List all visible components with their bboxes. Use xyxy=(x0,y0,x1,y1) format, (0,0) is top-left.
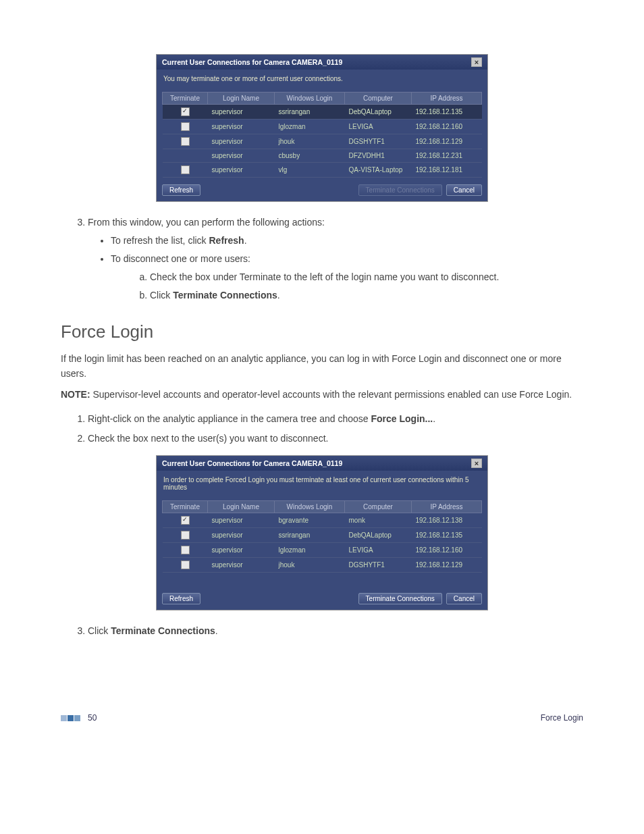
cell-login: supervisor xyxy=(208,120,275,134)
table-row[interactable]: ✓supervisorbgravantemonk192.168.12.138 xyxy=(163,513,482,528)
cell-login: supervisor xyxy=(208,149,275,163)
body-paragraph: If the login limit has been reached on a… xyxy=(61,352,583,381)
col-winlogin[interactable]: Windows Login xyxy=(275,501,345,513)
cell-ip: 192.168.12.160 xyxy=(412,120,482,134)
connections-dialog-2: Current User Connections for Camera CAME… xyxy=(156,455,488,610)
cell-ip: 192.168.12.129 xyxy=(412,134,482,149)
cell-computer: DebQALaptop xyxy=(345,105,412,120)
cancel-button[interactable]: Cancel xyxy=(446,184,482,196)
refresh-button[interactable]: Refresh xyxy=(162,184,200,196)
table-row[interactable]: supervisorvlgQA-VISTA-Laptop192.168.12.1… xyxy=(163,163,482,178)
terminate-connections-button[interactable]: Terminate Connections xyxy=(358,593,442,604)
terminate-checkbox[interactable]: ✓ xyxy=(181,516,190,525)
list-item: From this window, you can perform the fo… xyxy=(88,215,583,303)
cell-computer: DFZVDHH1 xyxy=(345,149,412,163)
close-icon[interactable]: × xyxy=(471,57,482,67)
terminate-checkbox[interactable] xyxy=(181,122,190,131)
dialog-body: Terminate Login Name Windows Login Compu… xyxy=(157,498,487,586)
col-terminate[interactable]: Terminate xyxy=(163,93,208,105)
col-login[interactable]: Login Name xyxy=(208,501,275,513)
cell-winlogin: bgravante xyxy=(275,513,345,528)
table-row[interactable]: ✓supervisorssriranganDebQALaptop192.168.… xyxy=(163,105,482,120)
terminate-checkbox[interactable] xyxy=(181,137,190,146)
col-login[interactable]: Login Name xyxy=(208,93,275,105)
col-ip[interactable]: IP Address xyxy=(412,501,482,513)
dialog-message: In order to complete Forced Login you mu… xyxy=(157,471,487,498)
section-heading-force-login: Force Login xyxy=(61,321,583,342)
dialog-buttons: Refresh Terminate Connections Cancel xyxy=(157,586,487,610)
refresh-button[interactable]: Refresh xyxy=(162,593,200,604)
step-text: Right-click on the analytic appliance in… xyxy=(88,413,371,424)
cell-ip: 192.168.12.231 xyxy=(412,149,482,163)
table-row[interactable]: supervisorcbusbyDFZVDHH1192.168.12.231 xyxy=(163,149,482,163)
dialog-body: Terminate Login Name Windows Login Compu… xyxy=(157,89,487,178)
cell-login: supervisor xyxy=(208,513,275,528)
col-computer[interactable]: Computer xyxy=(345,501,412,513)
connections-dialog-1: Current User Connections for Camera CAME… xyxy=(156,54,488,202)
bullet-text: . xyxy=(244,235,247,246)
instruction-list-3: Click Terminate Connections. xyxy=(61,624,583,638)
cell-ip: 192.168.12.135 xyxy=(412,105,482,120)
cell-ip: 192.168.12.129 xyxy=(412,558,482,573)
table-row[interactable]: supervisorlglozmanLEVIGA192.168.12.160 xyxy=(163,120,482,134)
letter-text: . xyxy=(277,290,280,301)
table-row[interactable]: supervisorlglozmanLEVIGA192.168.12.160 xyxy=(163,543,482,558)
cell-computer: DGSHYTF1 xyxy=(345,558,412,573)
terminate-connections-button[interactable]: Terminate Connections xyxy=(358,184,442,196)
bullet-text: To refresh the list, click xyxy=(111,235,209,246)
terminate-checkbox[interactable]: ✓ xyxy=(181,107,190,116)
cell-winlogin: jhouk xyxy=(275,558,345,573)
cell-winlogin: lglozman xyxy=(275,543,345,558)
cell-computer: QA-VISTA-Laptop xyxy=(345,163,412,178)
table-body-2: ✓supervisorbgravantemonk192.168.12.138su… xyxy=(163,513,482,573)
table-row[interactable]: supervisorssriranganDebQALaptop192.168.1… xyxy=(163,528,482,543)
dialog-buttons: Refresh Terminate Connections Cancel xyxy=(157,178,487,201)
letter-text: Click xyxy=(150,290,173,301)
cell-winlogin: ssrirangan xyxy=(275,105,345,120)
list-item: Right-click on the analytic appliance in… xyxy=(88,412,583,426)
terminate-checkbox[interactable] xyxy=(181,165,190,174)
cell-winlogin: cbusby xyxy=(275,149,345,163)
list-item: To disconnect one or more users: Check t… xyxy=(111,252,583,303)
cell-login: supervisor xyxy=(208,528,275,543)
cell-login: supervisor xyxy=(208,134,275,149)
col-terminate[interactable]: Terminate xyxy=(163,501,208,513)
cell-ip: 192.168.12.135 xyxy=(412,528,482,543)
cell-login: supervisor xyxy=(208,105,275,120)
dialog-title-text: Current User Connections for Camera CAME… xyxy=(162,58,342,66)
dialog-titlebar: Current User Connections for Camera CAME… xyxy=(157,55,487,70)
instruction-list-1: From this window, you can perform the fo… xyxy=(61,215,583,303)
list-item: Check the box next to the user(s) you wa… xyxy=(88,432,583,446)
step-bold: Force Login... xyxy=(371,413,433,424)
step3-intro: From this window, you can perform the fo… xyxy=(88,217,325,228)
page-number: 50 xyxy=(88,713,97,723)
terminate-checkbox[interactable] xyxy=(181,531,190,540)
cell-computer: monk xyxy=(345,513,412,528)
letter-bold: Terminate Connections xyxy=(173,290,277,301)
step-text: . xyxy=(215,625,218,636)
terminate-checkbox[interactable] xyxy=(181,561,190,569)
logo-icon xyxy=(61,715,81,721)
close-icon[interactable]: × xyxy=(471,459,482,468)
cell-ip: 192.168.12.160 xyxy=(412,543,482,558)
terminate-checkbox[interactable] xyxy=(181,546,190,554)
list-item: Click Terminate Connections. xyxy=(150,288,583,303)
connections-table: Terminate Login Name Windows Login Compu… xyxy=(162,500,482,573)
col-winlogin[interactable]: Windows Login xyxy=(275,93,345,105)
cell-ip: 192.168.12.181 xyxy=(412,163,482,178)
list-item: Click Terminate Connections. xyxy=(88,624,583,638)
instruction-list-2: Right-click on the analytic appliance in… xyxy=(61,412,583,446)
list-item: To refresh the list, click Refresh. xyxy=(111,234,583,248)
step-text: Click xyxy=(88,625,111,636)
note-body: Supervisor-level accounts and operator-l… xyxy=(90,389,572,400)
table-body-1: ✓supervisorssriranganDebQALaptop192.168.… xyxy=(163,105,482,178)
col-computer[interactable]: Computer xyxy=(345,93,412,105)
bullet-bold: Refresh xyxy=(209,235,244,246)
dialog-title-text: Current User Connections for Camera CAME… xyxy=(162,459,342,467)
table-row[interactable]: supervisorjhoukDGSHYTF1192.168.12.129 xyxy=(163,558,482,573)
dialog-titlebar: Current User Connections for Camera CAME… xyxy=(157,456,487,471)
table-row[interactable]: supervisorjhoukDGSHYTF1192.168.12.129 xyxy=(163,134,482,149)
step-bold: Terminate Connections xyxy=(111,625,215,636)
cancel-button[interactable]: Cancel xyxy=(446,593,482,604)
col-ip[interactable]: IP Address xyxy=(412,93,482,105)
